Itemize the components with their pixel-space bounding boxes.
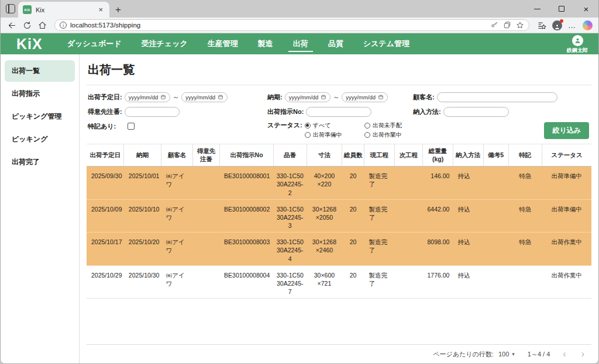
nav-item-shipping[interactable]: 出荷 <box>292 33 309 54</box>
header-status: ステータス <box>542 144 591 167</box>
filter-special-note: 特記あり: <box>88 121 267 131</box>
table-row[interactable]: 2025/10/09 2025/10/10 ㈱アイワ BE30100008002… <box>87 199 591 233</box>
favorite-star-icon[interactable] <box>516 21 524 29</box>
cell-next-process <box>394 167 422 200</box>
maximize-button[interactable] <box>549 0 574 18</box>
ship-date-to-input[interactable]: yyyy/mm/dd <box>181 92 228 102</box>
sidebar-item-picking-management[interactable]: ピッキング管理 <box>5 106 75 127</box>
cell-total-weight: 6442.00 <box>423 199 453 233</box>
nav-item-quality[interactable]: 品質 <box>327 33 345 54</box>
browser-toolbar: i localhost:5173/shipping … <box>1 18 598 33</box>
nav-item-dashboard[interactable]: ダッシュボード <box>66 33 123 54</box>
copilot-button[interactable] <box>581 19 594 32</box>
tab-title: Kix <box>36 6 92 13</box>
customer-order-input[interactable] <box>125 107 180 117</box>
tab-close-icon[interactable]: × <box>97 5 105 14</box>
cell-special-note: 特急 <box>508 199 542 233</box>
cell-customer-order <box>192 265 220 299</box>
rows-per-page: ページあたりの行数: 100 ▾ <box>433 350 515 359</box>
customer-order-label: 得意先注番: <box>88 108 122 116</box>
maximize-icon <box>559 6 564 12</box>
close-button[interactable]: × <box>574 0 598 18</box>
cell-status: 出荷作業中 <box>542 265 591 299</box>
tab-actions-icon[interactable] <box>6 4 15 13</box>
home-button[interactable] <box>36 19 49 32</box>
status-option-label: すべて <box>313 122 331 130</box>
cell-part-no: 330-1C50 30A2245-3 <box>273 199 307 233</box>
cell-customer-order <box>192 199 220 233</box>
nav-item-system-management[interactable]: システム管理 <box>362 33 411 54</box>
filter-apply-button[interactable]: 絞り込み <box>544 122 589 139</box>
page-range-text: 1～4 / 4 <box>528 350 550 359</box>
filter-customer-name: 顧客名: <box>411 92 590 102</box>
ship-instruction-label: 出荷指示No: <box>267 108 304 116</box>
filter-ship-instruction: 出荷指示No: <box>267 106 411 117</box>
ship-date-from-input[interactable]: yyyy/mm/dd <box>125 92 171 102</box>
cell-dimensions: 40×200 ×220 <box>307 167 342 200</box>
delivery-method-input[interactable] <box>443 107 509 117</box>
cell-delivery-method: 持込 <box>453 265 483 299</box>
browser-menu-button[interactable]: … <box>566 19 579 32</box>
table-row[interactable]: 2025/10/17 2025/10/20 ㈱アイワ BE30100008003… <box>87 233 591 266</box>
browser-window: KIX Kix × + × i localhost:5173/shipping <box>0 0 599 364</box>
cell-remarks5 <box>483 233 508 266</box>
status-option-unarranged[interactable]: 出荷未手配 <box>364 121 402 130</box>
header-delivery-method: 納入方法 <box>453 144 483 167</box>
minimize-button[interactable] <box>525 0 549 18</box>
cell-customer: ㈱アイワ <box>161 233 193 266</box>
status-option-working[interactable]: 出荷作業中 <box>364 130 402 139</box>
customer-name-input[interactable] <box>437 92 557 102</box>
table-row[interactable]: 2025/09/30 2025/10/01 ㈱アイワ BE30100008001… <box>87 167 591 200</box>
filter-panel: 出荷予定日: yyyy/mm/dd ～ yyyy/mm/dd 得意先注番: <box>87 85 591 144</box>
sidebar-item-shipping-list[interactable]: 出荷一覧 <box>5 60 75 82</box>
filter-delivery-method: 納入方法: <box>411 106 590 117</box>
kix-logo[interactable]: KiX <box>16 36 43 53</box>
password-key-icon[interactable] <box>490 21 498 29</box>
back-button[interactable] <box>5 19 18 32</box>
sidebar-item-picking[interactable]: ピッキング <box>5 129 75 150</box>
user-name: 鉄鋼太郎 <box>567 47 588 54</box>
cell-dimensions: 30×1268 ×2460 <box>307 233 342 266</box>
due-date-to-input[interactable]: yyyy/mm/dd <box>342 92 388 102</box>
status-option-label: 出荷未手配 <box>373 122 402 130</box>
address-bar[interactable]: i localhost:5173/shipping <box>54 19 529 31</box>
pagination-footer: ページあたりの行数: 100 ▾ 1～4 / 4 ‹ › <box>87 344 591 363</box>
special-note-checkbox[interactable] <box>128 123 135 130</box>
new-tab-button[interactable]: + <box>115 5 121 15</box>
sidebar-item-shipping-instruction[interactable]: 出荷指示 <box>5 83 75 105</box>
site-info-icon[interactable]: i <box>60 22 67 29</box>
cell-current-process: 製造完了 <box>364 199 395 233</box>
browser-tab[interactable]: KIX Kix × <box>18 2 109 18</box>
app-navbar: KiX ダッシュボード 受注チェック 生産管理 製造 出荷 品質 システム管理 … <box>1 33 598 54</box>
main-content: 出荷一覧 出荷予定日: yyyy/mm/dd ～ yyyy/mm/dd <box>80 54 598 363</box>
collections-icon[interactable] <box>503 21 511 29</box>
profile-button[interactable] <box>550 19 563 32</box>
refresh-button[interactable] <box>20 19 33 32</box>
status-option-all[interactable]: すべて <box>305 121 356 130</box>
cell-total-weight: 1776.00 <box>423 265 453 299</box>
url-text[interactable]: localhost:5173/shipping <box>70 22 487 29</box>
due-date-from-input[interactable]: yyyy/mm/dd <box>285 92 331 102</box>
profile-avatar-icon <box>552 20 562 30</box>
nav-item-production-management[interactable]: 生産管理 <box>206 33 239 54</box>
page-title: 出荷一覧 <box>87 54 591 85</box>
sidebar-item-shipping-complete[interactable]: 出荷完了 <box>5 151 75 173</box>
user-menu[interactable]: 鉄鋼太郎 <box>567 35 588 54</box>
cell-due-date: 2025/10/10 <box>124 199 161 233</box>
filter-button-row: 絞り込み <box>411 121 590 139</box>
nav-item-order-check[interactable]: 受注チェック <box>140 33 189 54</box>
cell-status: 出荷作業中 <box>542 233 591 266</box>
kix-favicon: KIX <box>23 5 32 14</box>
table-row[interactable]: 2025/10/29 2025/10/30 ㈱アイワ BE30100008004… <box>87 265 591 299</box>
filter-customer-order: 得意先注番: <box>88 106 267 117</box>
favorites-bar-button[interactable] <box>535 19 548 32</box>
prev-page-button[interactable]: ‹ <box>563 349 566 359</box>
rows-per-page-select[interactable]: 100 ▾ <box>498 351 515 358</box>
nav-item-manufacturing[interactable]: 製造 <box>257 33 274 54</box>
user-avatar-icon <box>572 35 583 46</box>
radio-icon <box>364 123 370 129</box>
next-page-button[interactable]: › <box>581 349 584 359</box>
ship-instruction-input[interactable] <box>306 107 371 117</box>
cell-total-weight: 146.00 <box>423 167 453 200</box>
status-option-preparing[interactable]: 出荷準備中 <box>305 130 356 139</box>
